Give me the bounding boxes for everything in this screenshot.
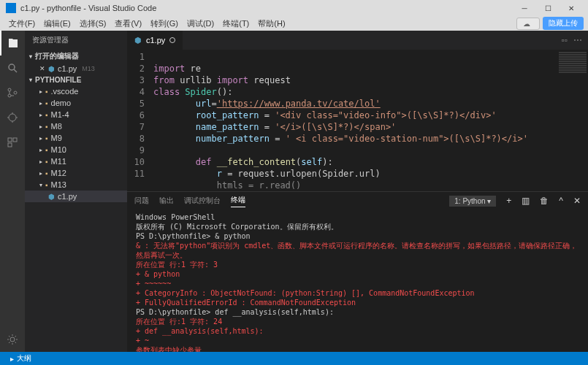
kill-terminal-icon[interactable]: 🗑 bbox=[540, 196, 549, 206]
open-editor-item[interactable]: ✕⬢c1.pyM13 bbox=[25, 63, 127, 74]
minimize-button[interactable]: ─ bbox=[513, 1, 535, 15]
svg-point-3 bbox=[8, 94, 11, 97]
folder-icon: ▪ bbox=[45, 158, 48, 166]
menu-edit[interactable]: 编辑(E) bbox=[39, 18, 75, 29]
status-outline[interactable]: ▸大纲 bbox=[6, 353, 36, 364]
window-title: c1.py - pythonfile - Visual Studio Code bbox=[20, 4, 513, 12]
chevron-right-icon: ▸ bbox=[39, 123, 42, 130]
folder-icon: ▪ bbox=[45, 111, 48, 119]
svg-rect-6 bbox=[8, 138, 12, 142]
chevron-right-icon: ▸ bbox=[39, 135, 42, 142]
chevron-right-icon: ▸ bbox=[39, 170, 42, 177]
folder-icon: ▪ bbox=[45, 181, 48, 189]
folder-icon: ▪ bbox=[45, 134, 48, 142]
python-file-icon: ⬢ bbox=[48, 193, 55, 201]
new-terminal-icon[interactable]: + bbox=[506, 196, 511, 206]
chevron-down-icon: ▾ bbox=[29, 77, 32, 83]
python-file-icon: ⬢ bbox=[134, 36, 142, 45]
svg-point-0 bbox=[9, 64, 15, 70]
code-editor[interactable]: 1234567891011 import re from urllib impo… bbox=[127, 50, 588, 191]
sidebar-folder[interactable]: ▸▪M11 bbox=[25, 155, 127, 167]
svg-point-9 bbox=[10, 337, 15, 342]
more-icon[interactable]: ⋯ bbox=[573, 35, 582, 45]
modified-indicator-icon bbox=[169, 37, 175, 43]
terminal-selector[interactable]: 1: Python ▾ bbox=[449, 196, 496, 207]
folder-icon: ▪ bbox=[45, 88, 48, 96]
menu-file[interactable]: 文件(F) bbox=[4, 18, 39, 29]
panel-tab-debug[interactable]: 调试控制台 bbox=[184, 196, 221, 206]
source-control-icon[interactable] bbox=[0, 80, 25, 105]
extensions-icon[interactable] bbox=[0, 130, 25, 155]
maximize-button[interactable]: ☐ bbox=[537, 1, 559, 15]
menu-terminal[interactable]: 终端(T) bbox=[218, 18, 253, 29]
line-numbers: 1234567891011 bbox=[127, 50, 153, 191]
upload-button[interactable]: 隐藏上传 bbox=[543, 17, 584, 30]
panel-tab-problems[interactable]: 问题 bbox=[134, 196, 149, 206]
cloud-icon: ☁ bbox=[523, 20, 530, 28]
panel-tab-terminal[interactable]: 终端 bbox=[231, 195, 245, 207]
activity-bar bbox=[0, 31, 25, 352]
code-content[interactable]: import re from urllib import request cla… bbox=[153, 50, 557, 191]
sidebar-folder[interactable]: ▸▪M8 bbox=[25, 120, 127, 132]
sidebar-folder[interactable]: ▸▪M9 bbox=[25, 132, 127, 144]
sidebar-folder[interactable]: ▸▪M10 bbox=[25, 144, 127, 155]
tab-c1py[interactable]: ⬢ c1.py bbox=[127, 31, 183, 50]
search-icon[interactable] bbox=[0, 55, 25, 80]
close-panel-icon[interactable]: ✕ bbox=[573, 196, 581, 206]
folder-icon: ▪ bbox=[45, 123, 48, 131]
close-button[interactable]: ✕ bbox=[560, 1, 582, 15]
chevron-down-icon: ▾ bbox=[487, 197, 491, 205]
sidebar-title: 资源管理器 bbox=[25, 31, 127, 50]
menu-debug[interactable]: 调试(D) bbox=[183, 18, 218, 29]
menubar: 文件(F) 编辑(E) 选择(S) 查看(V) 转到(G) 调试(D) 终端(T… bbox=[0, 16, 588, 31]
open-editors-section[interactable]: ▾打开的编辑器 bbox=[25, 50, 127, 63]
sidebar: 资源管理器 ▾打开的编辑器 ✕⬢c1.pyM13 ▾PYTHONFILE ▸▪.… bbox=[25, 31, 127, 352]
sidebar-folder[interactable]: ▸▪M1-4 bbox=[25, 109, 127, 120]
app-icon bbox=[6, 3, 16, 13]
sidebar-file[interactable]: ⬢c1.py bbox=[25, 191, 127, 202]
chevron-right-icon: ▸ bbox=[39, 112, 42, 118]
svg-line-1 bbox=[14, 69, 17, 72]
statusbar: ▸大纲 bbox=[0, 352, 588, 365]
panel: 问题 输出 调试控制台 终端 1: Python ▾ + ▥ 🗑 ^ ✕ Win… bbox=[127, 191, 588, 352]
tab-label: c1.py bbox=[146, 36, 165, 45]
folder-icon: ▪ bbox=[45, 169, 48, 177]
menu-selection[interactable]: 选择(S) bbox=[75, 18, 111, 29]
python-file-icon: ⬢ bbox=[48, 65, 55, 73]
chevron-right-icon: ▸ bbox=[39, 88, 42, 95]
sidebar-folder[interactable]: ▸▪.vscode bbox=[25, 85, 127, 97]
folder-icon: ▪ bbox=[45, 99, 48, 107]
sidebar-folder[interactable]: ▸▪M12 bbox=[25, 167, 127, 179]
workspace-section[interactable]: ▾PYTHONFILE bbox=[25, 74, 127, 85]
panel-tab-output[interactable]: 输出 bbox=[159, 196, 174, 206]
svg-rect-7 bbox=[13, 138, 17, 142]
svg-point-2 bbox=[8, 88, 11, 91]
titlebar: c1.py - pythonfile - Visual Studio Code … bbox=[0, 0, 588, 16]
svg-rect-8 bbox=[8, 143, 12, 147]
sidebar-folder[interactable]: ▾▪M13 bbox=[25, 179, 127, 191]
tab-bar: ⬢ c1.py ▫▫ ⋯ bbox=[127, 31, 588, 50]
chevron-down-icon: ▾ bbox=[29, 53, 32, 60]
chevron-right-icon: ▸ bbox=[39, 158, 42, 165]
menu-view[interactable]: 查看(V) bbox=[110, 18, 146, 29]
chevron-down-icon: ▾ bbox=[39, 182, 42, 188]
chevron-right-icon: ▸ bbox=[39, 100, 42, 107]
minimap[interactable] bbox=[557, 50, 588, 191]
terminal[interactable]: Windows PowerShell版权所有 (C) Microsoft Cor… bbox=[127, 210, 588, 352]
maximize-panel-icon[interactable]: ^ bbox=[559, 196, 563, 206]
svg-point-4 bbox=[14, 91, 17, 94]
cloud-button[interactable]: ☁ bbox=[516, 18, 540, 30]
panel-tabs: 问题 输出 调试控制台 终端 1: Python ▾ + ▥ 🗑 ^ ✕ bbox=[127, 192, 588, 210]
debug-icon[interactable] bbox=[0, 105, 25, 130]
settings-icon[interactable] bbox=[0, 327, 25, 352]
explorer-icon[interactable] bbox=[0, 31, 25, 55]
menu-help[interactable]: 帮助(H) bbox=[253, 18, 289, 29]
split-terminal-icon[interactable]: ▥ bbox=[522, 196, 530, 206]
menu-go[interactable]: 转到(G) bbox=[146, 18, 183, 29]
split-editor-icon[interactable]: ▫▫ bbox=[561, 35, 568, 45]
chevron-right-icon: ▸ bbox=[39, 147, 42, 153]
sidebar-folder[interactable]: ▸▪demo bbox=[25, 97, 127, 109]
chevron-right-icon: ▸ bbox=[10, 355, 14, 363]
close-icon[interactable]: ✕ bbox=[39, 65, 45, 72]
svg-point-5 bbox=[9, 114, 16, 121]
